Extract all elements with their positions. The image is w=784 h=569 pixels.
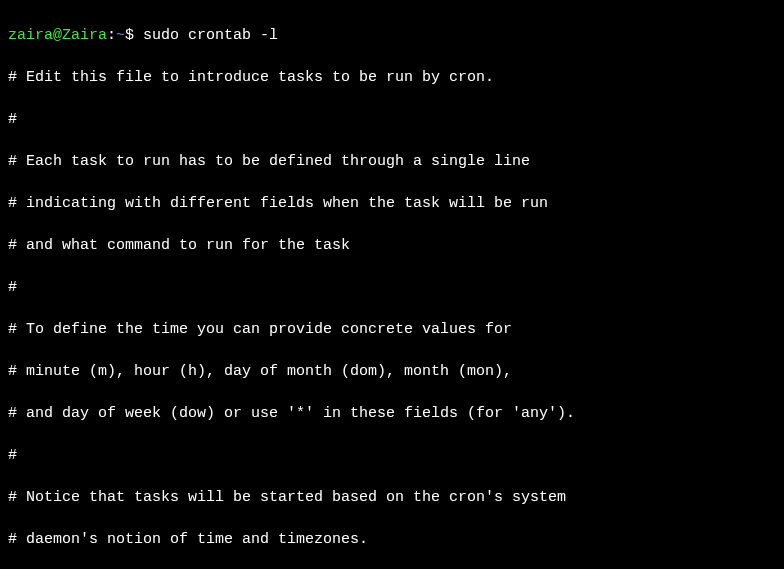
output-line: # minute (m), hour (h), day of month (do… [8, 361, 776, 382]
output-line: # and day of week (dow) or use '*' in th… [8, 403, 776, 424]
output-line: # and what command to run for the task [8, 235, 776, 256]
prompt-path: ~ [116, 27, 125, 44]
prompt-end: $ [125, 27, 143, 44]
output-line: # Notice that tasks will be started base… [8, 487, 776, 508]
prompt-line: zaira@Zaira:~$ sudo crontab -l [8, 25, 776, 46]
command-text: sudo crontab -l [143, 27, 278, 44]
prompt-separator: : [107, 27, 116, 44]
output-line: # Edit this file to introduce tasks to b… [8, 67, 776, 88]
output-line: # indicating with different fields when … [8, 193, 776, 214]
output-line: # [8, 277, 776, 298]
output-line: # [8, 445, 776, 466]
output-line: # To define the time you can provide con… [8, 319, 776, 340]
output-line: # [8, 109, 776, 130]
terminal-output[interactable]: zaira@Zaira:~$ sudo crontab -l # Edit th… [8, 4, 776, 569]
prompt-user: zaira@Zaira [8, 27, 107, 44]
output-line: # daemon's notion of time and timezones. [8, 529, 776, 550]
output-line: # Each task to run has to be defined thr… [8, 151, 776, 172]
